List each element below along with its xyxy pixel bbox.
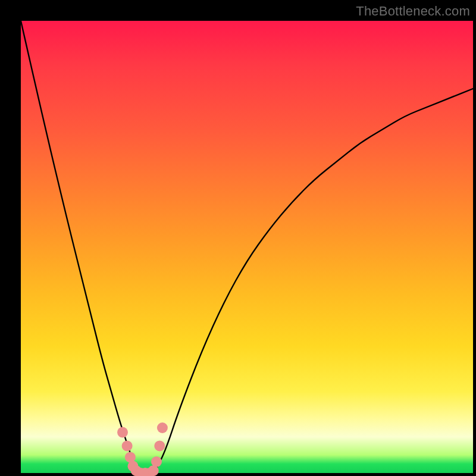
trough-marker [157, 422, 168, 433]
curve-layer [21, 21, 473, 473]
trough-marker [151, 456, 162, 467]
trough-marker [122, 440, 133, 451]
bottleneck-curve [21, 21, 473, 473]
trough-markers [117, 422, 168, 476]
chart-frame: TheBottleneck.com [0, 0, 476, 476]
plot-area [21, 21, 473, 473]
trough-marker [154, 440, 165, 451]
trough-marker [117, 427, 128, 438]
watermark-text: TheBottleneck.com [356, 4, 470, 19]
trough-marker [125, 452, 136, 462]
bottleneck-curve-path [21, 21, 473, 473]
